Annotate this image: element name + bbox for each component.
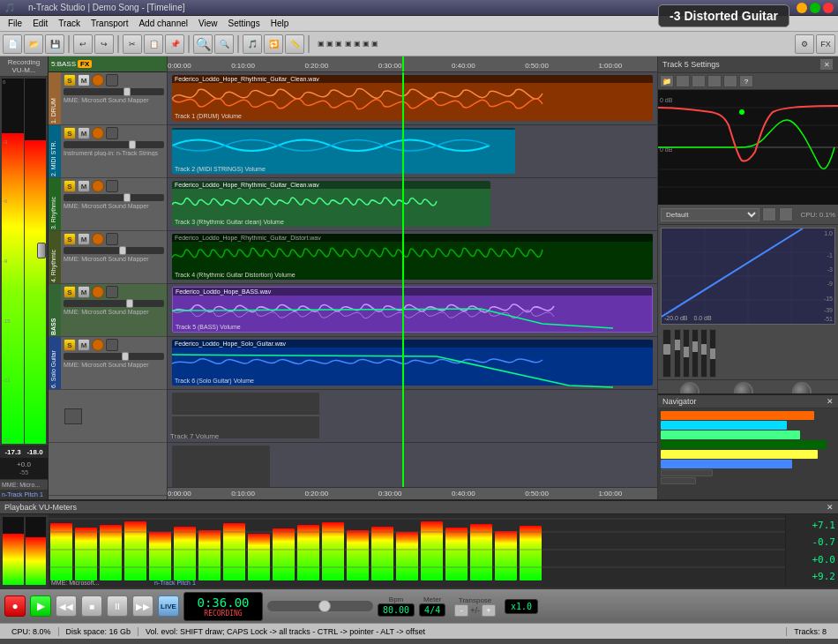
attack-knob[interactable] xyxy=(734,382,753,393)
track-4-fader-handle[interactable] xyxy=(119,246,126,255)
cut-btn[interactable]: ✂ xyxy=(123,34,142,54)
track-4-solo[interactable]: S xyxy=(64,233,76,245)
track-1-solo[interactable]: S xyxy=(64,74,76,86)
extend-knob[interactable] xyxy=(680,382,700,393)
track-5-solo[interactable]: S xyxy=(64,286,76,298)
panel-icon-help[interactable]: ? xyxy=(739,75,753,87)
loop-btn[interactable]: 🔁 xyxy=(264,34,283,54)
meter-display[interactable]: 4/4 xyxy=(419,603,445,617)
compress-knob[interactable] xyxy=(792,382,812,393)
menu-transport[interactable]: Transport xyxy=(86,16,133,31)
save-btn[interactable]: 💾 xyxy=(45,34,64,54)
play-button[interactable]: ▶ xyxy=(30,595,51,617)
paste-btn[interactable]: 📌 xyxy=(165,34,184,54)
transpose-down[interactable]: - xyxy=(454,604,468,617)
track-2-fader-handle[interactable] xyxy=(129,140,136,149)
new-btn[interactable]: 📄 xyxy=(3,34,22,54)
snap-btn[interactable]: 📏 xyxy=(285,34,304,54)
menu-help[interactable]: Help xyxy=(266,16,295,31)
redo-btn[interactable]: ↪ xyxy=(94,34,114,54)
track-2-fx-btn[interactable] xyxy=(106,127,118,139)
track-3-mute[interactable]: M xyxy=(78,180,90,192)
close-btn[interactable] xyxy=(823,3,834,13)
panel-close[interactable]: ✕ xyxy=(819,58,834,71)
track-4-fader[interactable] xyxy=(64,247,164,254)
track-6-pan-knob[interactable] xyxy=(92,339,104,351)
maximize-btn[interactable] xyxy=(810,3,820,13)
track-5-fx-btn[interactable] xyxy=(106,286,118,298)
nav-close[interactable]: ✕ xyxy=(827,397,834,406)
track-1-wave-block[interactable]: Federico_Loddo_Hope_Rhythmic_Guitar_Clea… xyxy=(172,75,653,121)
open-btn[interactable]: 📂 xyxy=(24,34,43,54)
preset-select[interactable]: Default xyxy=(661,208,759,221)
track-5-fader[interactable] xyxy=(64,300,164,307)
track-5-fader-handle[interactable] xyxy=(126,299,133,308)
track-5-wave-block[interactable]: Federico_Loddo_Hope_BASS.wav Track 5 (BA… xyxy=(172,287,653,333)
track-3-fader-handle[interactable] xyxy=(123,193,131,202)
comp-ratio-4[interactable] xyxy=(700,329,707,378)
playback-vu-close[interactable]: ✕ xyxy=(827,503,834,512)
track-4-fx-btn[interactable] xyxy=(106,233,118,245)
track-6-mute[interactable]: M xyxy=(78,339,90,351)
track-5-pan-knob[interactable] xyxy=(92,286,104,298)
track-1-fx-btn[interactable] xyxy=(106,74,118,86)
menu-view[interactable]: View xyxy=(193,16,223,31)
speed-display[interactable]: x1.0 xyxy=(505,599,538,614)
comp-fader-1[interactable] xyxy=(662,329,671,378)
track-2-wave-block[interactable]: Track 2 (MIDI STRINGS) Volume xyxy=(172,128,515,174)
comp-fader-1-handle[interactable] xyxy=(663,344,670,355)
menu-file[interactable]: File xyxy=(3,16,27,31)
metronome-btn[interactable]: 🎵 xyxy=(243,34,262,54)
track-1-fader[interactable] xyxy=(64,88,164,95)
comp-r4-handle[interactable] xyxy=(701,344,707,355)
stop-button[interactable]: ■ xyxy=(81,595,102,617)
panel-icon-4[interactable] xyxy=(707,75,722,87)
track-2-solo[interactable]: S xyxy=(64,127,76,139)
forward-button[interactable]: ▶▶ xyxy=(132,595,153,617)
track-1-mute[interactable]: M xyxy=(78,74,90,86)
rewind-button[interactable]: ◀◀ xyxy=(56,595,77,617)
zoom-out-btn[interactable]: 🔍 xyxy=(214,34,234,54)
track-6-wave-block[interactable]: Federico_Loddo_Hope_Solo_Guitar.wav Trac… xyxy=(172,340,653,386)
copy-btn[interactable]: 📋 xyxy=(144,34,163,54)
panel-icon-1[interactable]: 📁 xyxy=(660,75,674,87)
track-6-fader[interactable] xyxy=(64,353,164,360)
comp-r5-handle[interactable] xyxy=(710,348,715,359)
comp-ratio-1[interactable] xyxy=(674,329,681,378)
track-6-fader-handle[interactable] xyxy=(122,352,129,361)
track-3-pan-knob[interactable] xyxy=(92,180,104,192)
track-6-solo[interactable]: S xyxy=(64,339,76,351)
vu-fader[interactable] xyxy=(37,243,46,258)
position-handle[interactable] xyxy=(318,600,331,612)
track-4-mute[interactable]: M xyxy=(78,233,90,245)
track-4-pan-knob[interactable] xyxy=(92,233,104,245)
menu-track[interactable]: Track xyxy=(53,16,86,31)
position-slider[interactable] xyxy=(267,601,373,611)
menu-settings[interactable]: Settings xyxy=(223,16,266,31)
track-5-mute[interactable]: M xyxy=(78,286,90,298)
tracks-scroll-area[interactable]: Federico_Loddo_Hope_Rhythmic_Guitar_Clea… xyxy=(168,72,657,487)
zoom-in-btn[interactable]: 🔍 xyxy=(193,34,213,54)
track-3-solo[interactable]: S xyxy=(64,180,76,192)
track-1-fader-handle[interactable] xyxy=(123,87,131,96)
track-1-pan-knob[interactable] xyxy=(92,74,104,86)
fx-badge[interactable]: FX xyxy=(78,60,92,68)
fx-btn[interactable]: FX xyxy=(816,34,835,54)
track-3-fx-btn[interactable] xyxy=(106,180,118,192)
undo-btn[interactable]: ↩ xyxy=(73,34,93,54)
settings-btn[interactable]: ⚙ xyxy=(795,34,814,54)
panel-icon-3[interactable] xyxy=(692,75,706,87)
preset-save[interactable] xyxy=(762,207,776,221)
bpm-display[interactable]: 80.00 xyxy=(378,603,415,617)
record-button[interactable]: ● xyxy=(4,595,26,617)
track-3-fader[interactable] xyxy=(64,194,164,201)
track-8-wave-block[interactable] xyxy=(172,446,270,487)
comp-r2-handle[interactable] xyxy=(684,347,689,357)
comp-r3-handle[interactable] xyxy=(692,341,698,352)
menu-addchannel[interactable]: Add channel xyxy=(133,16,193,31)
track-2-mute[interactable]: M xyxy=(78,127,90,139)
track-3-wave-block[interactable]: Federico_Loddo_Hope_Rhythmic_Guitar_Clea… xyxy=(172,181,490,227)
comp-ratio-2[interactable] xyxy=(683,329,690,378)
comp-ratio-5[interactable] xyxy=(709,329,716,378)
minimize-btn[interactable] xyxy=(797,3,807,13)
